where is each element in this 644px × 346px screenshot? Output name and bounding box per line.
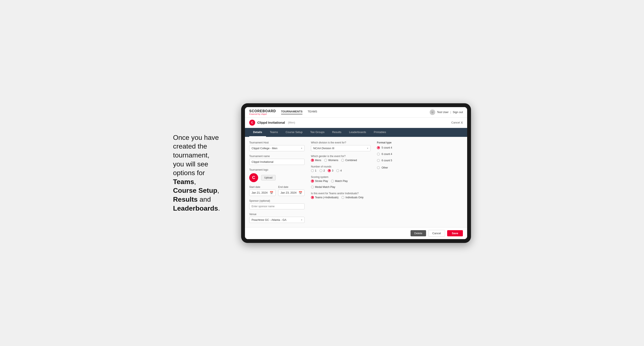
tab-details[interactable]: Details: [249, 128, 266, 137]
start-date-value: Jan 21, 2024: [252, 191, 268, 194]
rounds-3[interactable]: 3: [328, 169, 333, 172]
format-other-row: Other: [377, 166, 420, 171]
end-date-input[interactable]: Jan 23, 2024 📅: [278, 189, 304, 196]
form-col-right: Format type 5 count 4 6 count 4 6 count …: [377, 141, 420, 223]
scoring-match-label: Match Play: [335, 179, 348, 182]
format-6count4[interactable]: 6 count 4: [377, 153, 420, 156]
format-other-radio[interactable]: [377, 166, 380, 169]
gender-combined-radio[interactable]: [341, 159, 344, 162]
form-col-middle: Which division is the event for? NCAA Di…: [311, 141, 370, 223]
delete-button[interactable]: Delete: [410, 230, 426, 236]
tab-course-setup[interactable]: Course Setup: [282, 128, 306, 137]
format-6count4-radio[interactable]: [377, 153, 380, 156]
save-button[interactable]: Save: [447, 230, 463, 236]
scoring-radio-group: Stroke Play Match Play Medal Match Play: [311, 179, 370, 188]
logo-upload-area: C Upload: [249, 173, 304, 182]
end-date-label: End date: [278, 185, 304, 188]
tab-teams[interactable]: Teams: [266, 128, 282, 137]
division-select[interactable]: NCAA Division III ▾: [311, 145, 370, 151]
cancel-button[interactable]: Cancel: [428, 230, 445, 237]
division-field: Which division is the event for? NCAA Di…: [311, 141, 370, 151]
format-6count5-radio[interactable]: [377, 159, 380, 162]
division-label: Which division is the event for?: [311, 141, 370, 144]
format-5count4[interactable]: 5 count 4: [377, 146, 420, 149]
tab-printables[interactable]: Printables: [370, 128, 390, 137]
scoring-match-radio[interactable]: [331, 179, 334, 182]
top-nav: SCOREBOARD Powered by clippd TOURNAMENTS…: [245, 107, 467, 118]
sponsor-label: Sponsor (optional): [249, 199, 304, 202]
end-date-field: End date Jan 23, 2024 📅: [278, 185, 304, 196]
user-label: Test User: [437, 111, 449, 114]
rounds-3-radio[interactable]: [328, 169, 331, 172]
tournament-logo: C: [249, 120, 255, 126]
scoring-field: Scoring system Stroke Play Match Play: [311, 175, 370, 188]
gender-womens[interactable]: Womens: [324, 159, 338, 162]
logo-sub: Powered by clippd: [249, 113, 276, 115]
upload-button[interactable]: Upload: [261, 175, 276, 180]
tournament-name-input[interactable]: [249, 159, 304, 165]
gender-womens-radio[interactable]: [324, 159, 327, 162]
tab-tee-groups[interactable]: Tee Groups: [306, 128, 328, 137]
venue-field: Venue Peachtree GC - Atlanta - GA ▾: [249, 213, 304, 223]
rounds-2-radio[interactable]: [320, 169, 322, 172]
individuals-only[interactable]: Individuals Only: [341, 196, 364, 199]
start-date-input[interactable]: Jan 21, 2024 📅: [249, 189, 276, 196]
gender-radio-group: Mens Womens Combined: [311, 159, 370, 162]
cancel-label: Cancel: [452, 121, 460, 124]
user-area: U Test User | Sign out: [430, 109, 463, 115]
gender-mens-radio[interactable]: [311, 159, 314, 162]
gender-womens-label: Womens: [328, 159, 338, 162]
scoring-match[interactable]: Match Play: [331, 179, 348, 182]
rounds-2[interactable]: 2: [320, 169, 325, 172]
scoring-medal-radio[interactable]: [311, 185, 314, 188]
teams-radio-group: Teams (+Individuals) Individuals Only: [311, 196, 370, 199]
rounds-1[interactable]: 1: [311, 169, 316, 172]
gender-combined-label: Combined: [345, 159, 357, 162]
gender-mens-label: Mens: [315, 159, 321, 162]
rounds-label: Number of rounds: [311, 165, 370, 168]
rounds-1-label: 1: [315, 169, 316, 172]
teams-plus-individuals-label: Teams (+Individuals): [315, 196, 338, 199]
venue-value: Peachtree GC - Atlanta - GA: [252, 218, 286, 221]
gender-mens[interactable]: Mens: [311, 159, 321, 162]
tabs-bar: Details Teams Course Setup Tee Groups Re…: [245, 128, 467, 137]
rounds-3-label: 3: [332, 169, 333, 172]
calendar-icon: 📅: [270, 191, 273, 194]
cancel-x-icon: X: [461, 121, 463, 124]
tournament-header: C Clippd Invitational (Men) Cancel X: [245, 118, 467, 128]
sign-out-link[interactable]: Sign out: [453, 111, 463, 114]
gender-combined[interactable]: Combined: [341, 159, 357, 162]
tournament-title-row: C Clippd Invitational (Men): [249, 120, 295, 126]
nav-tournaments[interactable]: TOURNAMENTS: [281, 110, 303, 114]
tab-results[interactable]: Results: [328, 128, 345, 137]
individuals-only-radio[interactable]: [341, 196, 344, 199]
venue-select[interactable]: Peachtree GC - Atlanta - GA ▾: [249, 217, 304, 223]
start-date-field: Start date Jan 21, 2024 📅: [249, 185, 276, 196]
rounds-2-label: 2: [324, 169, 325, 172]
avatar: U: [430, 109, 435, 115]
rounds-4-radio[interactable]: [336, 169, 339, 172]
cancel-tournament-button[interactable]: Cancel X: [452, 121, 463, 124]
rounds-4-label: 4: [340, 169, 342, 172]
format-5count4-radio[interactable]: [377, 146, 380, 149]
teams-plus-individuals-radio[interactable]: [311, 196, 314, 199]
sponsor-input[interactable]: [249, 203, 304, 209]
tab-leaderboards[interactable]: Leaderboards: [345, 128, 370, 137]
tournament-host-field: Tournament Host Clippd College - Men ▾: [249, 141, 304, 151]
format-other[interactable]: Other: [377, 166, 388, 169]
gender-label: Which gender is the event for?: [311, 155, 370, 158]
format-6count5[interactable]: 6 count 5: [377, 159, 420, 162]
tournament-host-select[interactable]: Clippd College - Men ▾: [249, 145, 304, 151]
nav-teams[interactable]: TEAMS: [308, 110, 317, 114]
tournament-name-text-input[interactable]: [252, 160, 302, 164]
scoring-medal[interactable]: Medal Match Play: [311, 185, 335, 188]
pipe: |: [450, 111, 451, 114]
teams-plus-individuals[interactable]: Teams (+Individuals): [311, 196, 338, 199]
nav-left: SCOREBOARD Powered by clippd TOURNAMENTS…: [249, 109, 317, 115]
rounds-1-radio[interactable]: [311, 169, 314, 172]
scoring-stroke-radio[interactable]: [311, 179, 314, 182]
scoring-stroke-label: Stroke Play: [315, 179, 328, 182]
rounds-4[interactable]: 4: [336, 169, 342, 172]
format-6count5-label: 6 count 5: [382, 159, 392, 162]
scoring-stroke[interactable]: Stroke Play: [311, 179, 328, 182]
